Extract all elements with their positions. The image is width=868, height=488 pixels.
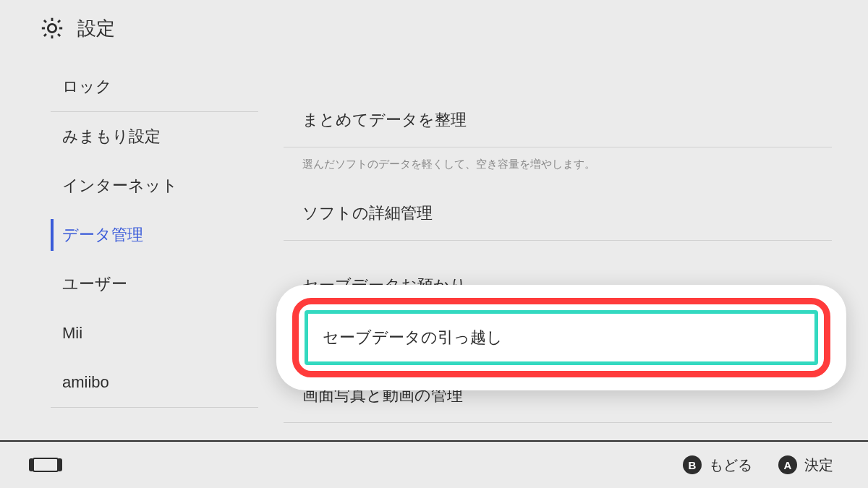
sidebar-item-label: ロック bbox=[62, 76, 112, 98]
b-button-icon: B bbox=[683, 455, 702, 474]
gear-icon bbox=[40, 16, 64, 40]
footer: B もどる A 決定 bbox=[0, 440, 868, 488]
row-save-transfer-highlighted[interactable]: セーブデータの引っ越し bbox=[305, 310, 818, 365]
sidebar-item-label: ユーザー bbox=[62, 273, 127, 295]
content: ロック みまもり設定 インターネット データ管理 ユーザー Mii amiibo… bbox=[0, 56, 868, 440]
sidebar-item-internet[interactable]: インターネット bbox=[51, 161, 284, 210]
ok-button[interactable]: A 決定 bbox=[778, 455, 833, 475]
callout-highlight: セーブデータの引っ越し bbox=[292, 298, 830, 377]
sidebar: ロック みまもり設定 インターネット データ管理 ユーザー Mii amiibo bbox=[0, 56, 284, 440]
header: 設定 bbox=[0, 0, 868, 56]
sidebar-item-parental[interactable]: みまもり設定 bbox=[51, 112, 284, 161]
main-panel: まとめてデータを整理 選んだソフトのデータを軽くして、空き容量を増やします。 ソ… bbox=[284, 56, 868, 440]
controller-icon bbox=[29, 457, 62, 473]
sidebar-item-label: インターネット bbox=[62, 175, 178, 197]
spacer bbox=[284, 241, 832, 258]
row-organize-data[interactable]: まとめてデータを整理 bbox=[284, 93, 832, 147]
divider bbox=[51, 407, 258, 408]
sidebar-item-amiibo[interactable]: amiibo bbox=[51, 358, 284, 407]
sidebar-item-label: Mii bbox=[62, 324, 82, 343]
svg-rect-0 bbox=[33, 458, 58, 471]
sidebar-item-label: amiibo bbox=[62, 373, 109, 392]
row-software-details[interactable]: ソフトの詳細管理 bbox=[284, 186, 832, 241]
back-button[interactable]: B もどる bbox=[683, 455, 752, 475]
back-label: もどる bbox=[709, 455, 752, 475]
page-title: 設定 bbox=[77, 16, 115, 41]
svg-rect-1 bbox=[29, 458, 34, 471]
callout: セーブデータの引っ越し bbox=[276, 285, 846, 390]
sidebar-item-mii[interactable]: Mii bbox=[51, 309, 284, 358]
footer-actions: B もどる A 決定 bbox=[683, 455, 833, 475]
ok-label: 決定 bbox=[804, 455, 833, 475]
sidebar-item-lock[interactable]: ロック bbox=[51, 62, 284, 111]
sidebar-item-label: データ管理 bbox=[62, 224, 143, 246]
sidebar-item-label: みまもり設定 bbox=[62, 126, 161, 147]
svg-rect-2 bbox=[57, 458, 62, 471]
sidebar-item-data-management[interactable]: データ管理 bbox=[51, 210, 284, 260]
row-label: ソフトの詳細管理 bbox=[302, 202, 433, 224]
sidebar-item-users[interactable]: ユーザー bbox=[51, 260, 284, 309]
row-description: 選んだソフトのデータを軽くして、空き容量を増やします。 bbox=[284, 147, 832, 186]
row-label: セーブデータの引っ越し bbox=[323, 327, 503, 348]
row-label: まとめてデータを整理 bbox=[302, 109, 467, 131]
a-button-icon: A bbox=[778, 455, 797, 474]
